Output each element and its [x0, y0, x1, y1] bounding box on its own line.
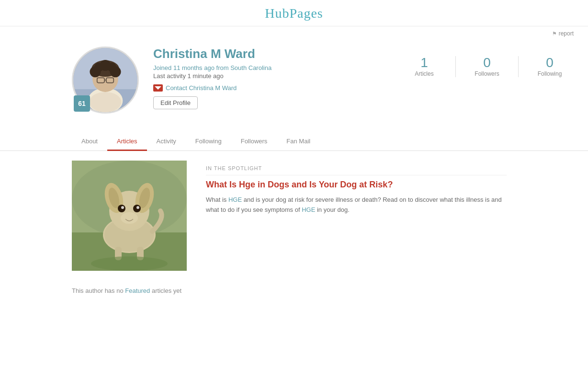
profile-joined: Joined 11 months ago from South Carolina: [153, 64, 271, 71]
report-link[interactable]: ⚑ report: [552, 30, 574, 37]
articles-count: 1: [410, 56, 439, 69]
stat-divider-2: [518, 56, 519, 77]
tabs-bar: About Articles Activity Following Follow…: [0, 133, 588, 151]
article-title[interactable]: What Is Hge in Dogs and Is Your Dog at R…: [206, 179, 507, 190]
profile-activity: Last activity 1 minute ago: [153, 72, 271, 80]
contact-link[interactable]: Contact Christina M Ward: [153, 84, 271, 92]
avatar-wrap: 61: [72, 46, 139, 114]
tab-articles[interactable]: Articles: [107, 133, 147, 151]
stat-followers: 0 Followers: [473, 56, 501, 77]
hge-link-1[interactable]: HGE: [228, 196, 242, 203]
articles-label: Articles: [410, 70, 439, 77]
score-value: 61: [78, 100, 86, 107]
contact-label: Contact Christina M Ward: [166, 84, 237, 92]
content-area: IN THE SPOTLIGHT What Is Hge in Dogs and…: [0, 151, 588, 280]
no-featured-text: This author has no Featured articles yet: [72, 287, 516, 294]
tab-following[interactable]: Following: [186, 133, 231, 151]
profile-info: Christina M Ward Joined 11 months ago fr…: [153, 46, 271, 109]
edit-profile-button[interactable]: Edit Profile: [153, 96, 198, 109]
email-icon: [153, 84, 163, 92]
tab-fanmail[interactable]: Fan Mail: [277, 133, 320, 151]
svg-point-28: [136, 206, 139, 209]
site-header: HubPages: [0, 0, 588, 26]
tab-activity[interactable]: Activity: [147, 133, 186, 151]
report-label: report: [559, 30, 574, 37]
no-featured-area: This author has no Featured articles yet: [0, 280, 588, 309]
stat-following: 0 Following: [535, 56, 564, 77]
profile-stats-wrapper: 61 Christina M Ward Joined 11 months ago…: [0, 37, 588, 123]
following-label: Following: [535, 70, 564, 77]
logo-text: HubPages: [265, 6, 323, 21]
tab-followers[interactable]: Followers: [231, 133, 277, 151]
hge-link-2[interactable]: HGE: [302, 206, 315, 213]
profile-area: 61 Christina M Ward Joined 11 months ago…: [0, 37, 286, 123]
svg-point-35: [91, 256, 168, 271]
stats-area: 1 Articles 0 Followers 0 Following: [410, 46, 588, 77]
spotlight-box: IN THE SPOTLIGHT What Is Hge in Dogs and…: [196, 161, 516, 220]
following-count: 0: [535, 56, 564, 69]
stat-divider-1: [455, 56, 456, 77]
tab-about[interactable]: About: [72, 133, 107, 151]
svg-point-14: [90, 92, 122, 112]
featured-link[interactable]: Featured: [125, 287, 150, 294]
followers-label: Followers: [473, 70, 501, 77]
svg-point-32: [119, 213, 140, 228]
svg-point-10: [100, 60, 111, 71]
stat-articles: 1 Articles: [410, 56, 439, 77]
report-area: ⚑ report: [0, 26, 588, 37]
followers-count: 0: [473, 56, 501, 69]
score-badge: 61: [74, 95, 90, 112]
article-image: [72, 161, 187, 271]
svg-point-27: [121, 206, 124, 209]
site-logo[interactable]: HubPages: [0, 6, 588, 21]
article-excerpt: What is HGE and is your dog at risk for …: [206, 195, 507, 215]
profile-name: Christina M Ward: [153, 46, 271, 61]
flag-icon: ⚑: [552, 31, 557, 37]
spotlight-label: IN THE SPOTLIGHT: [206, 165, 507, 175]
